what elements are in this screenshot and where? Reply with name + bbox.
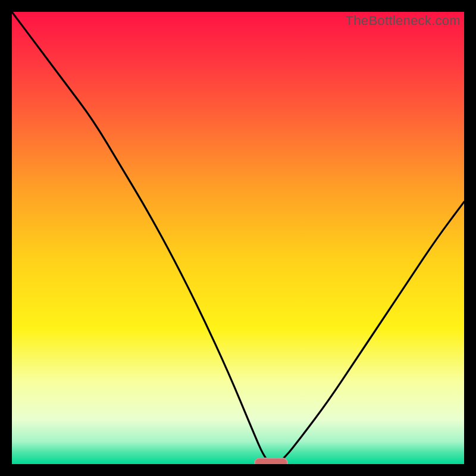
chart-frame: TheBottleneck.com xyxy=(0,0,476,476)
bottleneck-curve xyxy=(12,12,464,464)
optimal-marker xyxy=(254,458,288,464)
plot-area: TheBottleneck.com xyxy=(12,12,464,464)
